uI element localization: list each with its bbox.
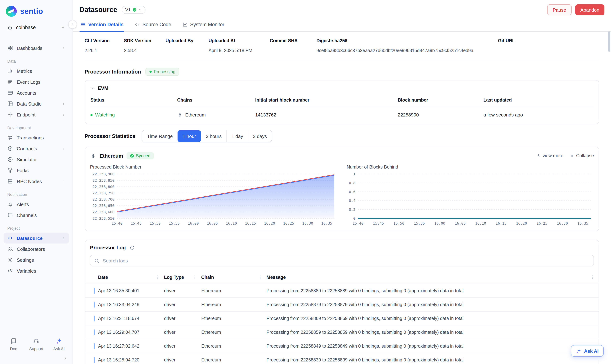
processor-statistics-section: Processor Statistics Time Range1 hour3 h… (84, 130, 599, 142)
tab-label: Source Code (142, 22, 171, 27)
tab-version-details[interactable]: Version Details (80, 19, 124, 31)
log-type: driver (164, 302, 201, 307)
abandon-button[interactable]: Abandon (575, 4, 604, 15)
sidebar-item-label: Forks (17, 168, 29, 173)
processor-information-title: Processor Information (84, 69, 141, 75)
log-row[interactable]: Apr 13 16:27:02.642driverEthereumProcess… (85, 339, 599, 353)
meta-label: Git URL (498, 38, 599, 43)
log-row[interactable]: Apr 13 16:31:18.674driverEthereumProcess… (85, 311, 599, 325)
ask-ai-sparkle-icon (56, 338, 62, 344)
evm-group-toggle[interactable]: EVM (85, 85, 599, 95)
ethereum-stats-header: Ethereum Synced view more Collapse (90, 151, 594, 161)
svg-text:0.4: 0.4 (349, 198, 355, 203)
sidebar-item-rpc-nodes[interactable]: RPC Nodes (4, 176, 69, 187)
svg-text:16:30: 16:30 (557, 221, 568, 225)
range-button-1-hour[interactable]: 1 hour (178, 130, 201, 142)
charts-row: Processed Block Number 22,258,55022,258,… (90, 165, 594, 226)
sidebar-item-settings[interactable]: Settings (4, 254, 69, 265)
sidebar-item-channels[interactable]: Channels (4, 210, 69, 221)
ask-ai-button[interactable]: Ask AI (571, 345, 604, 357)
range-button-3-hours[interactable]: 3 hours (201, 130, 226, 142)
sidebar-item-datasource[interactable]: Datasource (4, 233, 69, 244)
footer-item-label: Doc (10, 347, 17, 351)
lock-icon (7, 25, 13, 30)
meta-label: Uploaded By (166, 38, 208, 43)
event-logs-icon (7, 79, 13, 85)
tab-source-code[interactable]: Source Code (134, 19, 172, 31)
sidebar: sentio coinbase DashboardsDataMetricsEve… (0, 0, 73, 364)
log-level-bar (94, 288, 95, 293)
time-range-label-button[interactable]: Time Range (142, 130, 178, 142)
sidebar-item-dashboards[interactable]: Dashboards (4, 43, 69, 53)
range-button-1-day[interactable]: 1 day (226, 130, 248, 142)
footer-item-support[interactable]: Support (25, 338, 48, 351)
sidebar-bottom-chevron-icon[interactable] (63, 356, 68, 360)
sidebar-item-collaborators[interactable]: Collaborators (4, 244, 69, 254)
alerts-icon (7, 201, 13, 207)
sidebar-item-transactions[interactable]: Transactions (4, 132, 69, 143)
sidebar-nav: DashboardsDataMetricsEvent LogsAccountsD… (0, 33, 72, 334)
log-search-input[interactable] (90, 255, 594, 266)
tab-label: System Monitor (190, 22, 224, 27)
variables-icon (7, 268, 13, 274)
log-row[interactable]: Apr 13 16:35:30.401driverEthereumProcess… (85, 284, 599, 297)
sidebar-item-contracts[interactable]: Contracts (4, 143, 69, 154)
log-row[interactable]: Apr 13 16:33:04.249driverEthereumProcess… (85, 297, 599, 311)
org-selector[interactable]: coinbase (4, 22, 69, 33)
svg-text:15:50: 15:50 (393, 221, 404, 225)
log-row[interactable]: Apr 13 16:29:04.707driverEthereumProcess… (85, 325, 599, 339)
status-dot-icon (90, 114, 93, 116)
sidebar-item-alerts[interactable]: Alerts (4, 199, 69, 210)
brand[interactable]: sentio (0, 0, 72, 20)
channels-icon (7, 212, 13, 218)
scrollbar-thumb[interactable] (608, 31, 610, 52)
tab-system-monitor[interactable]: System Monitor (181, 19, 225, 31)
sidebar-item-simulator[interactable]: Simulator (4, 154, 69, 165)
log-row[interactable]: Apr 13 16:25:04.720driverEthereumProcess… (85, 353, 599, 364)
version-selector[interactable]: V1 (122, 6, 145, 14)
support-icon (33, 338, 40, 344)
col-chain: Chain (201, 275, 266, 280)
title-row: Datasource V1 Pause Abandon (80, 4, 604, 16)
version-details-icon (80, 22, 86, 27)
svg-text:16:15: 16:15 (245, 221, 256, 225)
svg-text:15:40: 15:40 (111, 221, 123, 225)
ethereum-icon (90, 153, 96, 159)
sidebar-item-metrics[interactable]: Metrics (4, 65, 69, 77)
transactions-icon (7, 135, 13, 141)
svg-text:16:20: 16:20 (516, 221, 527, 225)
collapse-button[interactable]: Collapse (570, 153, 594, 158)
svg-text:22,258,800: 22,258,800 (93, 184, 114, 189)
view-more-button[interactable]: view more (536, 153, 563, 158)
sidebar-collapse-button[interactable] (68, 20, 77, 29)
synced-badge: Synced (126, 152, 154, 159)
log-search (90, 255, 594, 266)
log-message: Processing from 22258879 to 22258879 wit… (266, 302, 599, 307)
sidebar-item-forks[interactable]: Forks (4, 165, 69, 176)
sidebar-item-endpoint[interactable]: Endpoint (4, 109, 69, 120)
pause-button[interactable]: Pause (547, 4, 572, 15)
sidebar-item-variables[interactable]: Variables (4, 265, 69, 276)
meta-col-digest-sha256: Digest:sha2569cef85a98d3c66c37b3eaaa27d6… (317, 38, 498, 53)
log-date: Apr 13 16:29:04.707 (85, 330, 164, 335)
footer-item-ask-ai[interactable]: Ask AI (48, 338, 70, 351)
evm-group-label: EVM (98, 86, 109, 91)
version-meta: CLI Version2.26.1SDK Version2.58.4Upload… (84, 37, 599, 61)
tab-bar: Version DetailsSource CodeSystem Monitor (80, 19, 604, 31)
rpc-nodes-icon (7, 178, 13, 184)
log-type: driver (164, 343, 201, 349)
footer-item-label: Ask AI (53, 347, 65, 351)
sidebar-item-event-logs[interactable]: Event Logs (4, 77, 69, 87)
svg-text:22,258,600: 22,258,600 (93, 210, 114, 214)
accounts-icon (7, 90, 13, 96)
range-button-3-days[interactable]: 3 days (248, 130, 272, 142)
meta-value: April 9, 2025 5:18 PM (208, 48, 270, 53)
sidebar-item-label: Metrics (17, 68, 32, 74)
svg-text:16:05: 16:05 (455, 221, 466, 225)
chevron-down-icon (61, 25, 65, 30)
meta-col-git-url: Git URL (498, 38, 599, 53)
refresh-icon[interactable] (129, 245, 135, 250)
sidebar-item-data-studio[interactable]: Data Studio (4, 98, 69, 109)
sidebar-item-accounts[interactable]: Accounts (4, 87, 69, 98)
footer-item-doc[interactable]: Doc (2, 338, 25, 351)
